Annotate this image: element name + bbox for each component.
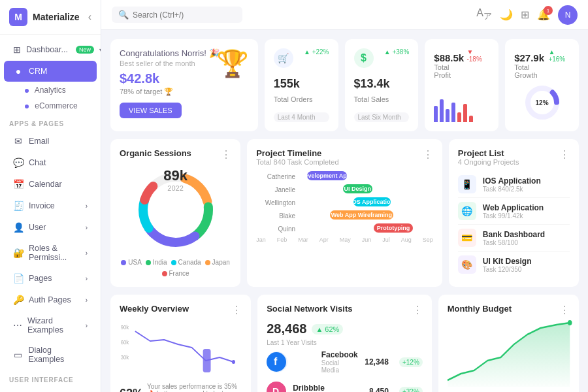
- uikit-project-task: Task 120/350: [483, 266, 532, 273]
- sidebar-item-email[interactable]: ✉ Email: [4, 131, 97, 152]
- social-menu-icon[interactable]: ⋮: [412, 304, 423, 316]
- orders-icon: 🛒: [274, 48, 293, 68]
- email-icon: ✉: [13, 136, 24, 146]
- notification-icon[interactable]: 🔔 1: [537, 8, 550, 21]
- chat-label: Chat: [29, 158, 46, 167]
- social-title: Social Network Visits: [267, 304, 352, 314]
- timeline-title: Project Timeline: [256, 148, 338, 158]
- svg-marker-19: [448, 323, 570, 387]
- sidebar-item-chat[interactable]: 💬 Chat: [4, 152, 97, 173]
- auth-label: Auth Pages: [29, 295, 71, 304]
- project-list-subtitle: 4 Ongoing Projects: [458, 158, 519, 166]
- social-item-facebook: f Facebook Social Media 12,348 +12%: [267, 346, 423, 378]
- view-sales-button[interactable]: VIEW SALES: [120, 103, 182, 118]
- gantt-bar-3: IOS Application: [353, 197, 391, 206]
- gantt-bar-4: Web App Wireframing: [330, 210, 393, 220]
- stat-card-sales: $ ▲ +38% $13.4k Total Sales Last Six Mon…: [345, 39, 419, 131]
- gantt-bar-container-1: Development Apps: [301, 171, 433, 182]
- gantt-row-5: Quinn Prototyping: [256, 223, 433, 234]
- project-item-web: 🌐 Web Application Task 99/1.42k: [458, 198, 570, 225]
- wizard-chevron: ›: [86, 322, 88, 329]
- row2: Organic Sessions ⋮ 89k 202: [110, 139, 579, 287]
- sidebar-item-calendar[interactable]: 📅 Calendar: [4, 174, 97, 195]
- sidebar-item-typography[interactable]: Aa Typography: [4, 387, 97, 392]
- bar1: [434, 106, 438, 122]
- translate-icon[interactable]: Aア: [476, 7, 492, 22]
- india-dot: [146, 260, 151, 265]
- sidebar-item-ecommerce[interactable]: eCommerce: [18, 98, 101, 114]
- sidebar-item-pages[interactable]: 📄 Pages ›: [4, 268, 97, 289]
- gantt-label-2: Janelle: [256, 186, 295, 193]
- project-list-menu-icon[interactable]: ⋮: [559, 148, 570, 161]
- axis-aug: Aug: [401, 237, 412, 243]
- analytics-label: Analytics: [35, 86, 66, 95]
- invoice-label: Invoice: [29, 201, 55, 210]
- section-ui-label: USER INTERFACE: [0, 370, 101, 386]
- search-box[interactable]: 🔍: [112, 7, 242, 23]
- gantt-axis: Jan Feb Mar Apr May Jun Jul Aug Sep: [256, 237, 433, 243]
- gantt-bar-container-4: Web App Wireframing: [301, 210, 433, 221]
- canada-dot: [171, 260, 176, 265]
- gantt-row-3: Wellington IOS Application: [256, 197, 433, 208]
- organic-header: Organic Sessions ⋮: [120, 148, 231, 161]
- profit-change: ▼ -18%: [466, 48, 489, 63]
- sidebar-item-dashboard[interactable]: ⊞ Dashboar... New ▾: [4, 39, 97, 60]
- weekly-menu-icon[interactable]: ⋮: [231, 304, 242, 316]
- sidebar-item-dialog[interactable]: ▭ Dialog Examples: [4, 340, 97, 369]
- facebook-name: Facebook: [321, 350, 358, 359]
- social-header: Social Network Visits ⋮: [267, 304, 423, 316]
- stat-card-growth: $27.9k Total Growth ▲ +16% 12%: [505, 39, 579, 131]
- svg-text:90k: 90k: [121, 323, 129, 331]
- monthly-budget-card: Monthly Budget ⋮: [438, 295, 579, 392]
- facebook-type: Social Media: [321, 359, 358, 374]
- row3: Weekly Overview ⋮ 90k 60k: [110, 295, 579, 392]
- content-area: Congratulations Norris! 🎉 Best seller of…: [101, 30, 588, 392]
- sidebar-item-auth[interactable]: 🔑 Auth Pages ›: [4, 289, 97, 310]
- axis-sep: Sep: [423, 237, 433, 243]
- sidebar-item-invoice[interactable]: 🧾 Invoice ›: [4, 195, 97, 216]
- growth-value: $27.9k: [514, 52, 548, 63]
- auth-chevron: ›: [86, 297, 88, 304]
- web-project-icon: 🌐: [458, 202, 476, 220]
- organic-sessions-card: Organic Sessions ⋮ 89k 202: [110, 139, 240, 287]
- pages-chevron: ›: [86, 275, 88, 282]
- timeline-menu-icon[interactable]: ⋮: [423, 148, 433, 161]
- user-avatar[interactable]: N: [558, 5, 578, 25]
- profit-value: $88.5k: [434, 52, 466, 63]
- sidebar-toggle[interactable]: ‹: [88, 11, 91, 23]
- facebook-change: +12%: [399, 357, 423, 367]
- organic-menu-icon[interactable]: ⋮: [221, 148, 231, 161]
- sidebar-item-user[interactable]: 👤 User ›: [4, 217, 97, 238]
- sidebar-item-crm[interactable]: ● CRM: [4, 61, 97, 82]
- bar4: [451, 103, 455, 122]
- moon-icon[interactable]: 🌙: [500, 8, 513, 21]
- social-total-row: 28,468 ▲ 62%: [267, 321, 423, 336]
- weekly-chart: 90k 60k 30k: [120, 321, 242, 380]
- gantt-row-4: Blake Web App Wireframing: [256, 210, 433, 221]
- grid-icon[interactable]: ⊞: [521, 8, 529, 21]
- legend-france: France: [162, 270, 189, 277]
- calendar-icon: 📅: [13, 179, 24, 189]
- weekly-title: Weekly Overview: [120, 304, 189, 314]
- gantt-label-5: Quinn: [256, 225, 295, 233]
- sidebar-item-wizard[interactable]: ⋯ Wizard Examples ›: [4, 311, 97, 340]
- gantt-bar-5: Prototyping: [374, 223, 414, 233]
- gantt-row-2: Janelle UI Design: [256, 184, 433, 195]
- svg-text:D: D: [272, 386, 279, 392]
- budget-menu-icon[interactable]: ⋮: [559, 304, 570, 316]
- project-list-card: Project List 4 Ongoing Projects ⋮ 📱 IOS …: [449, 139, 579, 287]
- user-label: User: [29, 223, 46, 232]
- pages-label: Pages: [29, 274, 52, 283]
- search-input[interactable]: [133, 10, 224, 20]
- budget-chart: [448, 321, 570, 380]
- roles-icon: 🔐: [13, 248, 24, 258]
- sidebar-item-roles[interactable]: 🔐 Roles & Permissi... ›: [4, 238, 97, 267]
- dribbble-info: Dribbble Community: [293, 384, 326, 393]
- weekly-header: Weekly Overview ⋮: [120, 304, 242, 316]
- wizard-label: Wizard Examples: [27, 316, 80, 335]
- orders-value: 155k: [274, 77, 329, 91]
- stat-card-profit: $88.5k Total Profit ▼ -18%: [425, 39, 498, 131]
- sidebar-item-analytics[interactable]: Analytics: [18, 82, 101, 98]
- bank-project-name: Bank Dashboard: [483, 230, 545, 239]
- bar7: [469, 116, 473, 122]
